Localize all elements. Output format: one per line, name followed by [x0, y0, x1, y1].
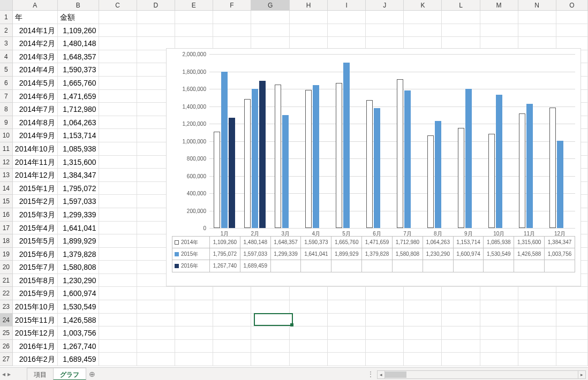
cell-empty[interactable]: [556, 314, 588, 327]
cell-empty[interactable]: [480, 314, 518, 327]
cell-amount[interactable]: 1,153,714: [58, 129, 99, 142]
cell-year[interactable]: 2015年2月: [13, 195, 58, 208]
cell-empty[interactable]: [175, 353, 213, 366]
chart-bar[interactable]: [305, 90, 312, 228]
chart-bar[interactable]: [557, 141, 563, 228]
row-header[interactable]: 22: [0, 287, 13, 300]
row-header[interactable]: 9: [0, 116, 13, 130]
cell-empty[interactable]: [251, 353, 290, 366]
cell-amount[interactable]: 1,597,033: [58, 195, 99, 208]
cell-empty[interactable]: [99, 129, 137, 142]
cell-empty[interactable]: [442, 353, 480, 366]
cell-empty[interactable]: [442, 300, 480, 314]
cell-amount[interactable]: 1,267,740: [58, 340, 99, 353]
row-header[interactable]: 4: [0, 50, 13, 64]
chart-bar[interactable]: [404, 90, 411, 228]
row-header[interactable]: 21: [0, 274, 13, 287]
cell-empty[interactable]: [213, 314, 251, 327]
cell-year[interactable]: 2015年11月: [13, 314, 58, 327]
cell-amount[interactable]: 1,600,974: [58, 287, 99, 300]
cell-empty[interactable]: [99, 50, 137, 64]
cell-year[interactable]: 2014年8月: [13, 116, 58, 130]
cell-year[interactable]: 2015年10月: [13, 300, 58, 314]
cell-empty[interactable]: [518, 287, 556, 300]
add-sheet-button[interactable]: ⊕: [86, 370, 99, 378]
cell-empty[interactable]: [366, 353, 404, 366]
cell-empty[interactable]: [213, 326, 251, 340]
cell-year[interactable]: 2014年1月: [13, 24, 58, 37]
cell-amount[interactable]: 1,712,980: [58, 103, 99, 116]
chart-bar[interactable]: [374, 108, 380, 228]
cell-empty[interactable]: [175, 24, 213, 37]
cell-empty[interactable]: [518, 340, 556, 353]
column-header-E[interactable]: E: [175, 0, 213, 10]
cell-empty[interactable]: [556, 11, 588, 24]
cell-empty[interactable]: [404, 353, 442, 366]
column-header-C[interactable]: C: [99, 0, 137, 10]
row-header[interactable]: 8: [0, 103, 13, 116]
row-header[interactable]: 7: [0, 90, 13, 103]
cell-empty[interactable]: [328, 353, 366, 366]
column-header-J[interactable]: J: [366, 0, 404, 10]
column-header-K[interactable]: K: [404, 0, 442, 10]
cell-empty[interactable]: [99, 142, 137, 156]
cell-empty[interactable]: [175, 326, 213, 340]
cell-amount[interactable]: 1,085,938: [58, 142, 99, 156]
cell-empty[interactable]: [137, 287, 175, 300]
chart-bar[interactable]: [526, 104, 533, 228]
chart-bar[interactable]: [313, 85, 319, 228]
chart-bar[interactable]: [519, 113, 525, 228]
cell-empty[interactable]: [213, 11, 251, 24]
cell-empty[interactable]: [137, 11, 175, 24]
embedded-chart[interactable]: 0200,000400,000600,000800,0001,000,0001,…: [166, 48, 581, 286]
cell-amount[interactable]: 1,641,041: [58, 222, 99, 235]
row-header[interactable]: 13: [0, 169, 13, 182]
row-header[interactable]: 24: [0, 314, 13, 327]
cell-empty[interactable]: [137, 314, 175, 327]
select-all-corner[interactable]: [0, 0, 13, 10]
cell-empty[interactable]: [290, 287, 328, 300]
cell-empty[interactable]: [99, 103, 137, 116]
row-header[interactable]: 19: [0, 248, 13, 261]
cell-empty[interactable]: [328, 24, 366, 37]
cell-empty[interactable]: [99, 248, 137, 261]
cell-empty[interactable]: [99, 156, 137, 169]
sheet-tab-1[interactable]: グラフ: [53, 368, 86, 381]
cell-empty[interactable]: [404, 11, 442, 24]
cell-amount[interactable]: 1,384,347: [58, 169, 99, 182]
cell-empty[interactable]: [366, 326, 404, 340]
cell-empty[interactable]: [290, 11, 328, 24]
cell-empty[interactable]: [99, 208, 137, 222]
cell-empty[interactable]: [290, 326, 328, 340]
chart-bar[interactable]: [549, 108, 556, 228]
cell-year[interactable]: 2014年2月: [13, 37, 58, 50]
cell-empty[interactable]: [366, 11, 404, 24]
scroll-left-icon[interactable]: ◂: [378, 371, 385, 378]
cell-amount[interactable]: 1,003,756: [58, 326, 99, 340]
cell-empty[interactable]: [366, 340, 404, 353]
cell-empty[interactable]: [556, 300, 588, 314]
cell-empty[interactable]: [366, 314, 404, 327]
cell-empty[interactable]: [251, 287, 290, 300]
row-header[interactable]: 17: [0, 222, 13, 235]
column-header-L[interactable]: L: [442, 0, 480, 10]
cell-empty[interactable]: [251, 24, 290, 37]
chart-bar[interactable]: [214, 132, 220, 228]
cell-amount[interactable]: 1,580,808: [58, 261, 99, 274]
cell-empty[interactable]: [99, 222, 137, 235]
cell-empty[interactable]: [175, 340, 213, 353]
cell-empty[interactable]: [328, 287, 366, 300]
cell-amount[interactable]: 1,665,760: [58, 77, 99, 90]
cell-empty[interactable]: [99, 116, 137, 130]
cell-empty[interactable]: [404, 326, 442, 340]
cell-year[interactable]: 2014年10月: [13, 142, 58, 156]
cell-empty[interactable]: [290, 314, 328, 327]
column-header-B[interactable]: B: [58, 0, 99, 10]
cell-year[interactable]: 2014年6月: [13, 90, 58, 103]
cell-empty[interactable]: [404, 287, 442, 300]
cell-year[interactable]: 2015年1月: [13, 182, 58, 195]
chart-bar[interactable]: [366, 100, 373, 228]
column-header-I[interactable]: I: [328, 0, 366, 10]
cell-empty[interactable]: [99, 234, 137, 248]
column-header-F[interactable]: F: [213, 0, 251, 10]
